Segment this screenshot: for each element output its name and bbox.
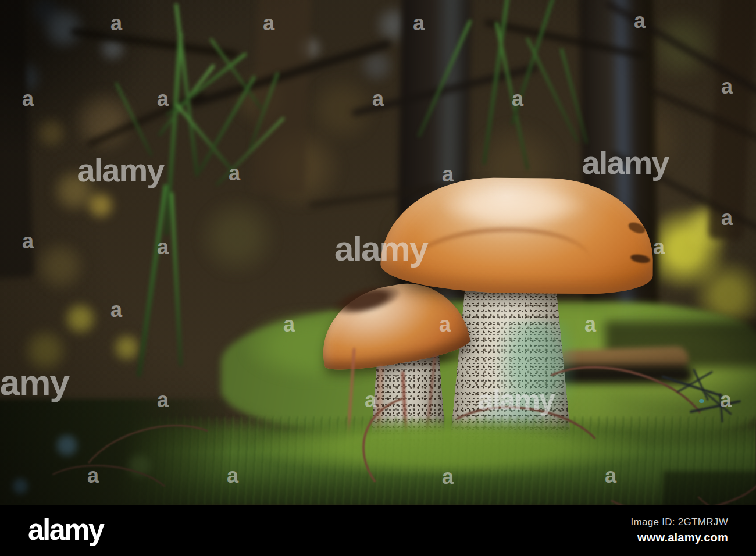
alamy-url-text: www.alamy.com [630, 531, 728, 544]
footer-info: Image ID: 2GTMRJW www.alamy.com [630, 516, 728, 544]
cap-highlight [442, 185, 587, 226]
horsetail-stem [137, 184, 169, 377]
stock-photo-page: aaaaaaaaaaaaaaaaaaaaaaaaaaalamyalamyalam… [0, 0, 756, 556]
horsetail-stem [115, 82, 153, 156]
horsetail-stem [417, 19, 472, 137]
horsetail-stem [560, 48, 588, 144]
image-id-value: 2GTMRJW [678, 516, 728, 528]
image-id-label: Image ID: [630, 516, 675, 528]
horsetail-stem [175, 103, 237, 176]
horsetail-stem [170, 192, 183, 366]
alamy-logo: alamy [28, 512, 103, 547]
dew-glint [699, 399, 704, 403]
horsetail-stem [511, 0, 555, 125]
photo-area: aaaaaaaaaaaaaaaaaaaaaaaaaaalamyalamyalam… [0, 0, 756, 505]
horsetail-stem [495, 22, 529, 170]
footer-bar: alamy Image ID: 2GTMRJW www.alamy.com [0, 505, 756, 556]
image-id-text: Image ID: 2GTMRJW [630, 516, 728, 528]
